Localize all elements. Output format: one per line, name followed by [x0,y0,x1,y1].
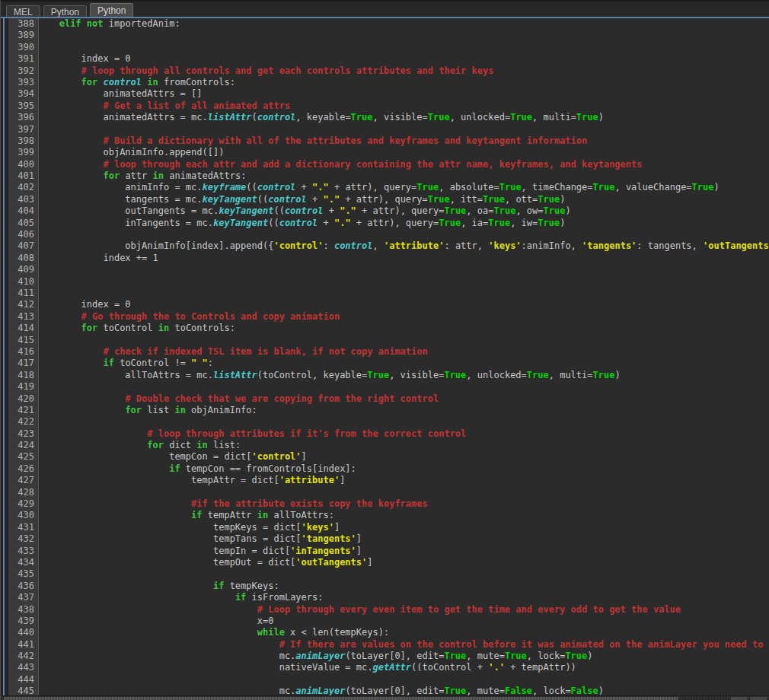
code-text: #if the attribute exists copy the keyfra… [39,498,428,510]
code-line[interactable]: 436 if tempKeys: [8,581,769,592]
code-line[interactable]: 441 # If there are values on the control… [8,639,769,651]
code-line[interactable]: 401 for attr in animatedAttrs: [8,170,769,182]
code-line[interactable]: 402 animInfo = mc.keyframe((control + ".… [8,182,769,193]
code-line[interactable]: 421 for list in objAnimInfo: [8,405,769,416]
code-line[interactable]: 435 [8,568,769,580]
code-text: for attr in animatedAttrs: [39,170,246,182]
code-line[interactable]: 433 tempIn = dict['inTangents'] [8,546,769,557]
focus-border-left [3,18,5,700]
code-line[interactable]: 432 tempTans = dict['tangents'] [8,533,769,545]
code-line[interactable]: 426 if tempCon == fromControls[index]: [8,463,769,475]
code-line[interactable]: 400 # loop through each attr and add a d… [8,159,769,170]
code-line[interactable]: 396 animatedAttrs = mc.listAttr(control,… [8,112,769,123]
code-line[interactable]: 440 while x < len(tempKeys): [8,627,769,638]
code-text: tempIn = dict['inTangents'] [39,546,362,557]
line-number: 400 [8,159,39,170]
code-line[interactable]: 405 inTangents = mc.keyTangent((control … [8,218,769,229]
line-number: 399 [8,147,39,158]
scroll-left-button[interactable] [731,697,748,700]
horizontal-scrollbar[interactable] [1,695,769,700]
code-text: x=0 [39,616,273,627]
line-number: 388 [8,18,39,30]
code-line[interactable]: 397 [8,124,769,135]
code-line[interactable]: 413 # Go through the to Controls and cop… [8,311,769,323]
code-line[interactable]: 391 index = 0 [8,53,769,65]
script-tab-bar: MEL Python Python [1,0,769,18]
code-line[interactable]: 416 # check if indexed TSL item is blank… [8,346,769,358]
line-number: 412 [8,299,39,310]
code-line[interactable]: 417 if toControl != " ": [8,358,769,369]
code-line[interactable]: 437 if isFromLayers: [8,592,769,603]
scroll-right-button[interactable] [750,697,767,700]
code-line[interactable]: 411 [8,288,769,299]
code-text: # Build a dictionary with all of the att… [39,135,587,147]
code-text: animatedAttrs = mc.listAttr(control, key… [39,112,604,123]
code-text: nativeValue = mc.getAttr((toControl + '.… [39,662,576,673]
line-number: 435 [8,568,39,580]
code-text: objAnimInfo[index].append({'control': co… [39,240,769,252]
line-number: 432 [8,533,39,545]
line-number: 421 [8,405,39,416]
code-line[interactable]: 425 tempCon = dict['control'] [8,451,769,463]
code-line[interactable]: 444 [8,674,769,686]
code-line[interactable]: 410 [8,276,769,288]
line-number: 436 [8,581,39,592]
code-line[interactable]: 420 # Double check that we are copying f… [8,393,769,405]
code-line[interactable]: 430 if tempAttr in allToAttrs: [8,510,769,521]
code-text: tempOut = dict['outTangents'] [39,557,373,568]
code-line[interactable]: 406 [8,229,769,240]
line-number: 390 [8,42,39,53]
code-line[interactable]: 442 mc.animLayer(toLayer[0], edit=True, … [8,651,769,662]
code-area[interactable]: 388 elif not importedAnim:389390391 inde… [8,18,769,700]
line-number: 394 [8,88,39,100]
line-number: 419 [8,381,39,393]
line-number: 425 [8,451,39,463]
code-text: tangents = mc.keyTangent((control + "." … [39,194,565,205]
code-line[interactable]: 424 for dict in list: [8,440,769,451]
code-line[interactable]: 423 # loop through attributes if it's fr… [8,428,769,440]
code-text: # Get a list of all animated attrs [39,100,290,112]
code-line[interactable]: 415 [8,335,769,346]
line-number: 423 [8,428,39,440]
horizontal-scrollbar-thumb[interactable] [4,697,678,700]
code-line[interactable]: 399 objAnimInfo.append([]) [8,147,769,158]
code-line[interactable]: 429 #if the attribute exists copy the ke… [8,498,769,510]
code-line[interactable]: 407 objAnimInfo[index].append({'control'… [8,240,769,252]
code-line[interactable]: 409 [8,264,769,275]
line-number: 398 [8,135,39,147]
code-text: inTangents = mc.keyTangent((control + ".… [39,218,565,229]
line-number: 411 [8,288,39,299]
code-line[interactable]: 419 [8,381,769,393]
line-number: 415 [8,335,39,346]
code-line[interactable]: 394 animatedAttrs = [] [8,88,769,100]
code-line[interactable]: 422 [8,416,769,428]
line-number: 428 [8,487,39,498]
code-line[interactable]: 392 # loop through all controls and get … [8,65,769,77]
code-line[interactable]: 443 nativeValue = mc.getAttr((toControl … [8,662,769,673]
code-line[interactable]: 408 index += 1 [8,253,769,264]
code-line[interactable]: 439 x=0 [8,616,769,627]
code-text [39,42,43,53]
code-line[interactable]: 404 outTangents = mc.keyTangent((control… [8,205,769,217]
line-number: 396 [8,112,39,123]
code-line[interactable]: 414 for toControl in toControls: [8,323,769,334]
line-number: 426 [8,463,39,475]
code-line[interactable]: 428 [8,487,769,498]
code-line[interactable]: 390 [8,42,769,53]
code-line[interactable]: 388 elif not importedAnim: [8,18,769,30]
code-line[interactable]: 412 index = 0 [8,299,769,310]
code-line[interactable]: 427 tempAttr = dict['attribute'] [8,475,769,486]
code-line[interactable]: 395 # Get a list of all animated attrs [8,100,769,112]
code-line[interactable]: 393 for control in fromControls: [8,77,769,88]
code-line[interactable]: 389 [8,30,769,41]
code-line[interactable]: 403 tangents = mc.keyTangent((control + … [8,194,769,205]
tab-python-2-active[interactable]: Python [90,3,133,18]
code-line[interactable]: 398 # Build a dictionary with all of the… [8,135,769,147]
code-line[interactable]: 431 tempKeys = dict['keys'] [8,522,769,533]
code-text: outTangents = mc.keyTangent((control + "… [39,205,571,217]
code-text: if tempKeys: [39,581,279,592]
code-line[interactable]: 438 # Loop through every even item to ge… [8,604,769,616]
code-line[interactable]: 434 tempOut = dict['outTangents'] [8,557,769,568]
code-line[interactable]: 418 allToAttrs = mc.listAttr(toControl, … [8,370,769,381]
line-number: 392 [8,65,39,77]
